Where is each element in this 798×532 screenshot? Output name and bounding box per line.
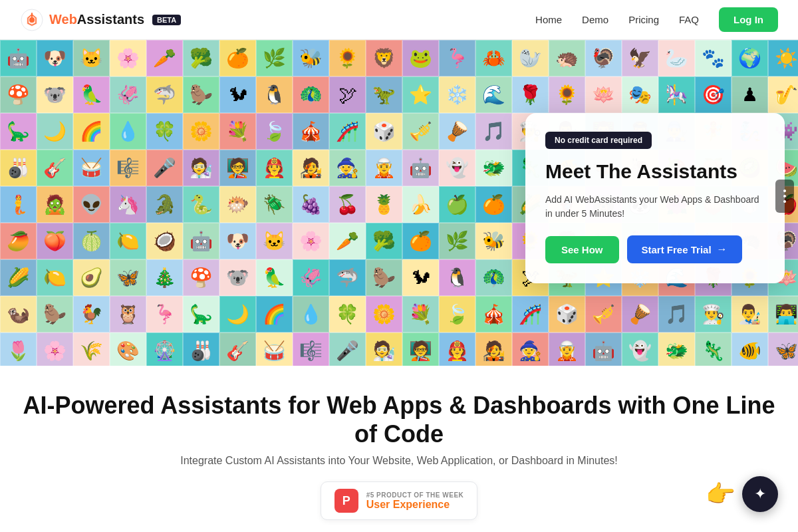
avatar-cell: 🍍 — [366, 186, 402, 223]
avatar-face: 🍌 — [402, 186, 439, 223]
avatar-cell: 💧 — [293, 296, 329, 332]
avatar-cell: 🥭 — [0, 223, 37, 259]
avatar-cell: 🎭 — [622, 76, 658, 113]
avatar-cell: 🎼 — [110, 150, 146, 186]
avatar-cell: 🦔 — [549, 40, 585, 76]
avatar-face: 🦖 — [366, 76, 402, 113]
avatar-cell: 🌾 — [73, 332, 110, 366]
avatar-cell: 🍋 — [37, 259, 73, 296]
avatar-face: 🌾 — [73, 332, 110, 366]
avatar-face: 🌽 — [0, 259, 37, 296]
product-hunt-badge[interactable]: P #5 PRODUCT OF THE WEEK User Experience — [321, 481, 478, 520]
avatar-face: 🎤 — [329, 332, 366, 366]
avatar-face: 🧑‍🏫 — [402, 332, 439, 366]
avatar-face: 🥥 — [146, 223, 183, 259]
avatar-cell: ♟ — [732, 76, 768, 113]
avatar-cell: 🦚 — [293, 76, 329, 113]
avatar-cell: 🧑‍🎤 — [293, 150, 329, 186]
avatar-cell: 🧑‍🏫 — [402, 332, 439, 366]
logo-icon — [20, 8, 44, 32]
avatar-face: 🌸 — [110, 40, 146, 76]
avatar-cell: 🥥 — [146, 223, 183, 259]
avatar-face: 🐨 — [219, 259, 256, 296]
logo-beta-badge: BETA — [152, 15, 181, 25]
avatar-face: 🥭 — [0, 223, 37, 259]
avatar-face: 🍊 — [219, 40, 256, 76]
avatar-face: 🦎 — [695, 332, 732, 366]
nav-link-pricing[interactable]: Pricing — [628, 14, 659, 25]
avatar-cell: 🥦 — [183, 40, 219, 76]
avatar-cell: 🍒 — [329, 186, 366, 223]
avatar-face: 🌷 — [0, 332, 37, 366]
avatar-cell: 🪲 — [256, 186, 293, 223]
avatar-face: 🍃 — [439, 296, 475, 332]
avatar-cell: 🌼 — [366, 296, 402, 332]
avatar-face: 🧑‍🚒 — [439, 332, 475, 366]
avatar-cell: 🍊 — [402, 223, 439, 259]
avatar-face: 🦋 — [110, 259, 146, 296]
avatar-face: 🦩 — [439, 40, 475, 76]
avatar-cell: 🎺 — [402, 113, 439, 150]
avatar-face: 🦚 — [475, 259, 512, 296]
avatar-face: 🐨 — [37, 76, 73, 113]
avatar-face: 💧 — [110, 113, 146, 150]
avatar-cell: 🌸 — [293, 223, 329, 259]
avatar-cell: 🦕 — [183, 296, 219, 332]
avatar-face: 🐲 — [658, 332, 695, 366]
nav-link-home[interactable]: Home — [535, 14, 562, 25]
avatar-cell: 🦦 — [0, 296, 37, 332]
nav-link-demo[interactable]: Demo — [582, 14, 608, 25]
avatar-cell: 🎺 — [585, 296, 622, 332]
login-button[interactable]: Log In — [719, 7, 778, 32]
nav-link-faq[interactable]: FAQ — [679, 14, 699, 25]
avatar-cell: 🦫 — [37, 296, 73, 332]
avatar-face: 👨‍🎨 — [732, 296, 768, 332]
avatar-cell: 🌸 — [37, 332, 73, 366]
avatar-face: 🪷 — [585, 76, 622, 113]
avatar-face: 🎼 — [110, 150, 146, 186]
avatar-face: 🥕 — [146, 40, 183, 76]
see-how-button[interactable]: See How — [545, 236, 619, 263]
avatar-cell: 🦅 — [622, 40, 658, 76]
avatar-row: 🤖🐶🐱🌸🥕🥦🍊🌿🐝🌻🦁🐸🦩🦀🦭🦔🦃🦅🦢🐾🌍☀️ — [0, 40, 798, 76]
avatar-face: 🎯 — [695, 76, 732, 113]
avatar-cell: 🦕 — [0, 113, 37, 150]
avatar-face: 🧜 — [0, 186, 37, 223]
avatar-cell: 🍄 — [0, 76, 37, 113]
avatar-face: 🧟 — [37, 186, 73, 223]
avatar-cell: 👨‍🎨 — [732, 296, 768, 332]
avatar-cell: 🦜 — [256, 259, 293, 296]
avatar-face: 🍋 — [110, 223, 146, 259]
avatar-face: 🦫 — [37, 296, 73, 332]
avatar-cell: 🎠 — [658, 76, 695, 113]
avatar-cell: 🥁 — [256, 332, 293, 366]
avatar-cell: 🤖 — [0, 40, 37, 76]
card-title: Meet The Assistants — [545, 160, 765, 184]
avatar-face: 💐 — [219, 113, 256, 150]
avatar-cell: 🌻 — [329, 40, 366, 76]
avatar-cell: 🧑‍🏫 — [219, 150, 256, 186]
fab-button[interactable]: ✦ — [742, 476, 778, 512]
avatar-cell: 🦑 — [293, 259, 329, 296]
overlay-card: No credit card required Meet The Assista… — [525, 113, 785, 283]
avatar-row: 🦦🦫🐓🦉🦩🦕🌙🌈💧🍀🌼💐🍃🎪🎢🎲🎺🪘🎵👨‍🍳👨‍🎨👨‍💻 — [0, 296, 798, 332]
avatar-face: 🍋 — [37, 259, 73, 296]
avatar-face: 🎸 — [37, 150, 73, 186]
logo-text: WebAssistants — [49, 12, 144, 27]
avatar-cell: 🪘 — [439, 113, 475, 150]
avatar-cell: 🎢 — [329, 113, 366, 150]
avatar-face: 🐲 — [475, 150, 512, 186]
avatar-cell: 🧙 — [512, 332, 549, 366]
avatar-cell: 🦑 — [110, 76, 146, 113]
scroll-dot — [783, 200, 786, 203]
start-trial-label: Start Free Trial — [642, 244, 712, 255]
avatar-cell: 👻 — [622, 332, 658, 366]
avatar-cell: 🎵 — [475, 113, 512, 150]
avatar-face: 🎺 — [402, 113, 439, 150]
avatar-face: 🐿 — [219, 76, 256, 113]
avatar-face: 🍍 — [366, 186, 402, 223]
avatar-cell: 🎳 — [0, 150, 37, 186]
avatar-cell: 🤖 — [183, 223, 219, 259]
start-trial-button[interactable]: Start Free Trial → — [627, 235, 742, 263]
avatar-face: 🥁 — [73, 150, 110, 186]
